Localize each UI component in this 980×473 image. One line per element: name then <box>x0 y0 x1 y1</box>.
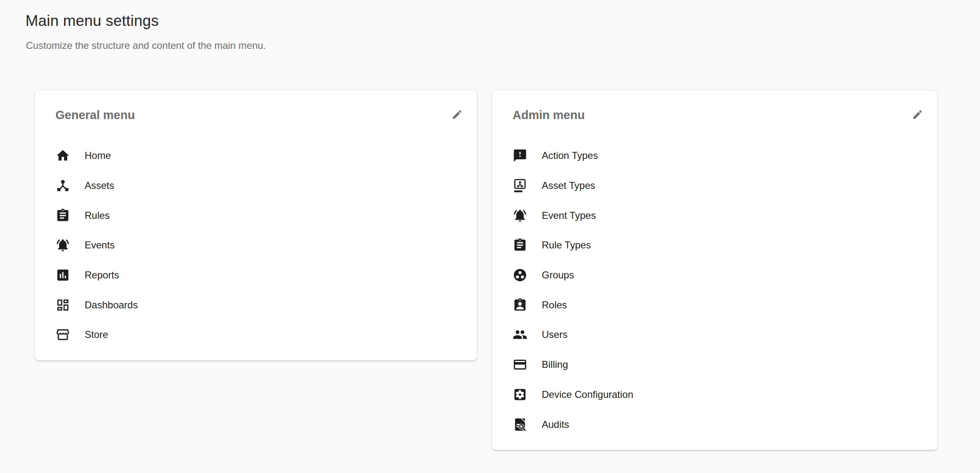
credit-card-icon <box>513 357 527 372</box>
menu-item-label: Home <box>85 150 111 161</box>
admin-menu-list: Action Types Asset Types Event Types Rul… <box>513 141 923 439</box>
menu-item-label: Event Types <box>542 210 596 221</box>
menu-item-label: Action Types <box>542 150 598 161</box>
menu-item-event-types[interactable]: Event Types <box>513 200 923 230</box>
general-menu-header: General menu <box>55 108 463 122</box>
menu-item-asset-types[interactable]: Asset Types <box>513 171 923 201</box>
menu-item-home[interactable]: Home <box>55 141 463 171</box>
menu-item-groups[interactable]: Groups <box>513 260 923 290</box>
menu-item-roles[interactable]: Roles <box>513 290 923 320</box>
home-icon <box>55 148 70 163</box>
menu-item-store[interactable]: Store <box>55 320 463 350</box>
menu-item-label: Store <box>85 329 108 340</box>
people-icon <box>513 327 527 342</box>
pencil-icon <box>451 109 463 120</box>
menu-item-audits[interactable]: Audits <box>513 409 923 439</box>
badge-person-icon <box>513 298 527 312</box>
menu-item-action-types[interactable]: Action Types <box>513 141 923 171</box>
admin-menu-title: Admin menu <box>513 108 585 122</box>
exclamation-bubble-icon <box>513 148 527 163</box>
menu-item-events[interactable]: Events <box>55 230 463 260</box>
menu-item-rule-types[interactable]: Rule Types <box>513 230 923 260</box>
menu-item-billing[interactable]: Billing <box>513 350 923 380</box>
pencil-icon <box>912 109 923 120</box>
menu-item-users[interactable]: Users <box>513 320 923 350</box>
admin-menu-header: Admin menu <box>513 108 923 122</box>
asset-type-box-icon <box>513 178 527 193</box>
storefront-icon <box>55 327 70 342</box>
clipboard-icon <box>513 238 527 253</box>
bar-chart-icon <box>55 268 70 282</box>
bell-icon <box>513 208 527 223</box>
general-menu-card: General menu Home Assets Rules Events Re… <box>35 90 477 360</box>
document-search-icon <box>513 417 527 432</box>
menu-item-label: Billing <box>542 359 568 370</box>
menu-item-label: Roles <box>542 299 567 311</box>
general-menu-list: Home Assets Rules Events Reports Dashboa… <box>55 141 463 350</box>
menu-item-label: Device Configuration <box>542 389 633 400</box>
edit-admin-menu-button[interactable] <box>912 109 923 120</box>
menu-item-label: Rule Types <box>542 239 591 251</box>
edit-general-menu-button[interactable] <box>451 109 463 120</box>
group-work-icon <box>513 268 527 282</box>
page-subtitle: Customize the structure and content of t… <box>26 40 266 51</box>
menu-item-label: Audits <box>542 419 569 430</box>
dashboard-icon <box>55 298 70 312</box>
menu-item-rules[interactable]: Rules <box>55 200 463 230</box>
menu-item-label: Asset Types <box>542 180 595 191</box>
menu-item-label: Dashboards <box>85 299 138 311</box>
bell-icon <box>55 238 70 253</box>
menu-item-label: Rules <box>85 210 110 221</box>
menu-item-label: Reports <box>85 269 119 281</box>
menu-item-device-configuration[interactable]: Device Configuration <box>513 380 923 410</box>
menu-item-label: Assets <box>85 180 114 191</box>
menu-item-reports[interactable]: Reports <box>55 260 463 290</box>
general-menu-title: General menu <box>55 108 135 122</box>
clipboard-icon <box>55 208 70 223</box>
page-title: Main menu settings <box>25 12 159 30</box>
menu-item-assets[interactable]: Assets <box>55 171 463 201</box>
menu-item-dashboards[interactable]: Dashboards <box>55 290 463 320</box>
menu-item-label: Groups <box>542 269 574 281</box>
menu-item-label: Events <box>85 239 115 251</box>
settings-gear-icon <box>513 387 527 402</box>
device-hub-icon <box>55 178 70 193</box>
menu-item-label: Users <box>542 329 568 340</box>
admin-menu-card: Admin menu Action Types Asset Types Even… <box>492 90 937 450</box>
